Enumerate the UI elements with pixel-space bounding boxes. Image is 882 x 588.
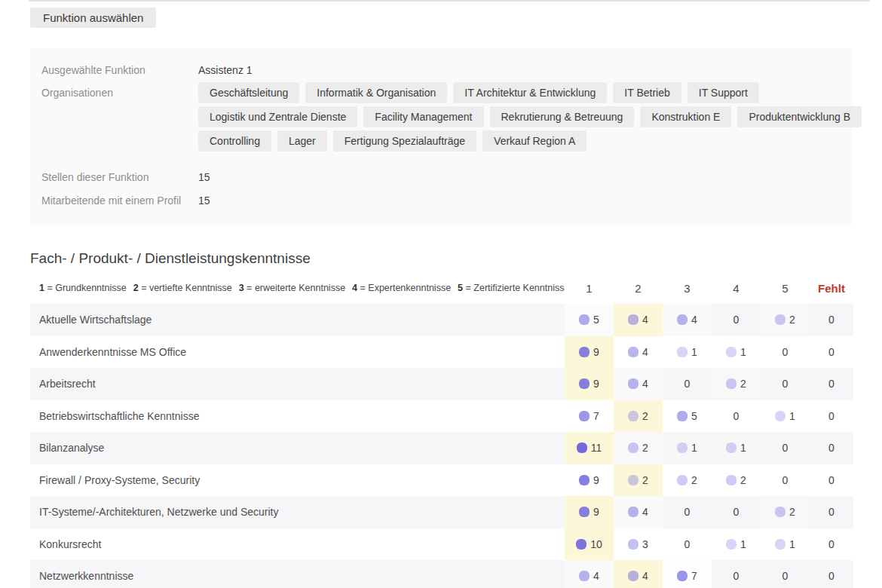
function-stats: Stellen dieser Funktion 15 Mitarbeitende…: [41, 165, 841, 212]
organisation-tag[interactable]: Rekrutierung & Betreuung: [490, 106, 635, 127]
row-label: Aktuelle Wirtschaftslage: [30, 314, 565, 326]
row-label: Anwenderkenntnisse MS Office: [30, 346, 565, 358]
count-value: 0: [782, 474, 789, 486]
organisation-tag[interactable]: Produktentwicklung B: [737, 106, 862, 127]
level-count-cell: 11: [565, 432, 614, 464]
count-value: 1: [789, 410, 795, 422]
stat-row: Stellen dieser Funktion 15: [41, 165, 841, 188]
count-value: 0: [782, 442, 789, 454]
count-value: 2: [740, 378, 746, 390]
count-dot: [775, 411, 786, 421]
count-value: 0: [782, 570, 789, 582]
count-dot: [579, 411, 590, 421]
level-count-cell: 1: [663, 432, 712, 464]
organisation-tag[interactable]: Konstruktion E: [640, 106, 731, 127]
count-dot: [579, 507, 590, 517]
count-dot: [628, 475, 639, 485]
level-column-header: 5: [761, 282, 810, 295]
organisation-tag[interactable]: Informatik & Organisation: [305, 82, 447, 103]
level-count-cell: 1: [712, 432, 761, 464]
count-value: 11: [591, 442, 602, 454]
count-value: 0: [828, 378, 835, 390]
count-dot: [628, 507, 639, 517]
missing-count-cell: 0: [810, 400, 853, 433]
level-count-cell: 0: [761, 464, 810, 497]
level-count-cell: 3: [614, 528, 663, 561]
row-label: Konkursrecht: [30, 538, 565, 550]
organisation-tags: GeschäftsleitungInformatik & Organisatio…: [198, 82, 862, 155]
organisation-tag[interactable]: Fertigung Spezialaufträge: [333, 130, 476, 152]
count-dot: [576, 539, 586, 550]
level-count-cell: 0: [663, 528, 712, 561]
count-dot: [579, 475, 590, 485]
count-dot: [726, 443, 737, 453]
organisation-tag[interactable]: Facility Management: [363, 106, 483, 127]
count-value: 9: [593, 506, 599, 518]
count-dot: [677, 475, 688, 485]
missing-count-cell: 0: [810, 528, 853, 561]
level-count-cell: 2: [614, 432, 663, 464]
level-column-header: 1: [565, 282, 614, 295]
table-row: Anwenderkenntnisse MS Office941100: [30, 336, 853, 369]
level-count-cell: 0: [712, 304, 761, 336]
count-value: 9: [593, 474, 599, 486]
organisation-tag[interactable]: IT Support: [688, 82, 759, 103]
count-dot: [726, 475, 737, 485]
select-function-button[interactable]: Funktion auswählen: [30, 8, 156, 28]
organisation-tag[interactable]: IT Architektur & Entwicklung: [453, 82, 607, 103]
table-row: Arbeitsrecht940200: [30, 368, 853, 400]
count-value: 0: [684, 506, 691, 518]
selected-function-label: Ausgewählte Funktion: [41, 60, 198, 82]
level-count-cell: 7: [663, 560, 712, 588]
missing-count-cell: 0: [810, 432, 853, 464]
knowledge-table: 1 = Grundkenntnisse2 = vertiefte Kenntni…: [30, 277, 853, 588]
table-body: Aktuelle Wirtschaftslage544020Anwenderke…: [30, 304, 853, 588]
count-dot: [577, 443, 587, 453]
count-dot: [775, 507, 786, 517]
row-label: Arbeitsrecht: [30, 378, 565, 390]
organisation-tag[interactable]: Logistik und Zentrale Dienste: [198, 106, 357, 127]
count-value: 2: [740, 474, 746, 486]
level-count-cell: 1: [663, 336, 712, 369]
missing-count-cell: 0: [810, 336, 853, 369]
count-dot: [628, 539, 639, 550]
count-value: 2: [789, 314, 795, 326]
level-count-cell: 2: [614, 400, 663, 433]
section-title: Fach- / Produkt- / Dienstleistungskenntn…: [30, 250, 882, 267]
count-value: 2: [789, 506, 795, 518]
organisation-tag[interactable]: Verkauf Region A: [482, 130, 586, 152]
count-value: 0: [684, 538, 691, 550]
row-label: Bilanzanalyse: [30, 442, 565, 454]
level-count-cell: 2: [761, 496, 810, 528]
count-value: 5: [691, 410, 697, 422]
level-column-header: 4: [712, 282, 761, 295]
organisation-tag[interactable]: Lager: [277, 130, 327, 152]
table-row: Konkursrecht1030110: [30, 528, 853, 561]
level-count-cell: 9: [565, 336, 614, 369]
level-count-cell: 0: [761, 560, 810, 588]
level-column-header: 2: [614, 282, 663, 295]
organisation-tag[interactable]: Geschäftsleitung: [198, 82, 299, 103]
level-count-cell: 4: [614, 336, 663, 369]
organisation-tag[interactable]: Controlling: [198, 130, 271, 152]
employees-with-profile-value: 15: [198, 194, 210, 207]
missing-count-cell: 0: [810, 560, 853, 588]
count-dot: [677, 347, 688, 357]
legend-item: 2 = vertiefte Kenntnisse: [133, 283, 232, 293]
missing-count-cell: 0: [810, 368, 853, 400]
count-dot: [628, 378, 639, 389]
level-count-cell: 0: [761, 432, 810, 464]
level-count-cell: 10: [565, 528, 614, 561]
missing-column-header: Fehlt: [810, 282, 853, 295]
count-value: 4: [691, 314, 697, 326]
level-count-cell: 2: [614, 464, 663, 497]
legend-item: 3 = erweiterte Kenntnisse: [239, 283, 345, 293]
level-count-cell: 2: [663, 464, 712, 497]
count-value: 0: [782, 346, 789, 358]
count-value: 4: [642, 346, 648, 358]
organisations-label: Organisationen: [41, 82, 198, 155]
organisation-tag[interactable]: IT Betrieb: [613, 82, 681, 103]
level-count-cell: 4: [663, 304, 712, 336]
level-count-cell: 1: [712, 528, 761, 561]
table-row: Firewall / Proxy-Systeme, Security922200: [30, 464, 853, 497]
